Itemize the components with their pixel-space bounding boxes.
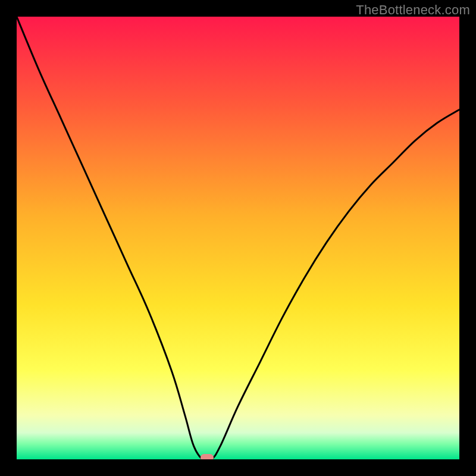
chart-frame: TheBottleneck.com	[0, 0, 476, 476]
watermark-text: TheBottleneck.com	[356, 2, 470, 18]
bottleneck-curve	[17, 17, 459, 459]
minimum-marker	[201, 454, 214, 459]
plot-area	[17, 17, 459, 459]
